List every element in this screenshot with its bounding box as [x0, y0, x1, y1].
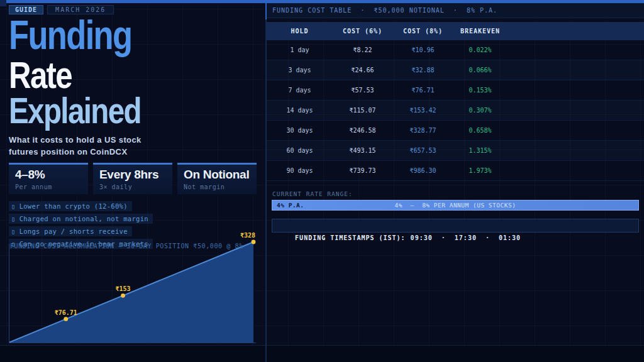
- table-cell: 30 days: [267, 121, 333, 141]
- timestamps-label: FUNDING TIMESTAMPS (IST):: [295, 234, 406, 241]
- column-header-breakeven: BREAKEVEN: [453, 22, 507, 40]
- rate-bar-range-text: 4% — 8% PER ANNUM (US STOCKS): [272, 200, 638, 210]
- stat-value: Every 8hrs: [99, 168, 166, 180]
- table-cell: ₹24.66: [333, 60, 392, 80]
- stat-cards: 4–8% Per annum Every 8hrs 3× daily On No…: [9, 163, 257, 194]
- table-cell: 7 days: [267, 80, 333, 101]
- bullet-text: Charged on notional, not margin: [19, 215, 148, 222]
- top-accent-bar: [6, 0, 644, 3]
- table-cell-filler: [507, 161, 644, 181]
- table-row: 7 days₹57.53₹76.710.153%: [267, 80, 644, 101]
- table-cell: 0.022%: [453, 40, 507, 60]
- stat-card-rate: 4–8% Per annum: [9, 163, 88, 194]
- chart-data-point: [252, 240, 256, 244]
- chart-point-label: ₹76.71: [55, 309, 77, 316]
- table-cell: 90 days: [267, 161, 333, 181]
- panel-divider: [265, 3, 267, 362]
- column-header-cost8: COST (8%): [392, 22, 453, 40]
- table-cell: ₹739.73: [333, 161, 392, 181]
- column-header-filler: [507, 22, 644, 40]
- table-cell-filler: [507, 121, 644, 141]
- left-panel: GUIDE MARCH 2026 Funding Rate Explained …: [9, 4, 257, 251]
- funding-timestamps-strip: FUNDING TIMESTAMPS (IST):09:30 · 17:30 ·…: [272, 219, 639, 233]
- table-cell: ₹493.15: [333, 141, 392, 161]
- table-cell-filler: [507, 141, 644, 161]
- column-header-hold: HOLD: [267, 22, 333, 40]
- table-cell: 3 days: [267, 60, 333, 80]
- table-cell: 1.315%: [453, 141, 507, 161]
- chart-point-label: ₹328: [240, 233, 255, 239]
- table-header-row: HOLD COST (6%) COST (8%) BREAKEVEN: [267, 22, 644, 40]
- box-icon: ▯: [11, 215, 16, 222]
- stat-label: 3× daily: [99, 184, 166, 190]
- table-row: 14 days₹115.07₹153.420.307%: [267, 101, 644, 121]
- column-header-cost6: COST (6%): [333, 22, 392, 40]
- table-cell: 14 days: [267, 101, 333, 121]
- table-row: 1 day₹8.22₹10.960.022%: [267, 40, 644, 60]
- table-cell: ₹8.22: [333, 40, 392, 60]
- table-row: 3 days₹24.66₹32.880.066%: [267, 60, 644, 80]
- rate-range-bar: 4% P.A. 4% — 8% PER ANNUM (US STOCKS): [272, 200, 639, 211]
- bullet-item: ▯Charged on notional, not margin: [9, 214, 153, 224]
- table-cell: ₹153.42: [392, 101, 453, 121]
- bullet-item: ▯Lower than crypto (12-60%): [9, 201, 132, 211]
- rate-range-label: CURRENT RATE RANGE:: [272, 190, 644, 197]
- stat-card-frequency: Every 8hrs 3× daily: [93, 163, 172, 194]
- table-row: 30 days₹246.58₹328.770.658%: [267, 121, 644, 141]
- table-cell: ₹246.58: [333, 121, 392, 141]
- table-cell: 1 day: [267, 40, 333, 60]
- table-cell: ₹115.07: [333, 101, 392, 121]
- table-cell-filler: [507, 80, 644, 101]
- chart-data-point: [64, 317, 68, 321]
- subtitle-line-1: What it costs to hold a US stock: [9, 134, 257, 146]
- table-cell: ₹328.77: [392, 121, 453, 141]
- stat-card-notional: On Notional Not margin: [177, 163, 257, 194]
- title-line-1: Funding: [9, 17, 131, 54]
- table-cell: 0.307%: [453, 101, 507, 121]
- page-title: Funding Rate Explained: [9, 17, 257, 127]
- table-cell: 60 days: [267, 141, 333, 161]
- title-line-2: Rate: [9, 58, 72, 92]
- table-cell: 0.658%: [453, 121, 507, 141]
- table-cell: 0.066%: [453, 60, 507, 80]
- funding-accumulation-chart: FUNDING COST ACCUMULATION — 30-DAY POSIT…: [9, 233, 256, 344]
- chart-data-point: [121, 293, 125, 298]
- stat-value: 4–8%: [15, 168, 82, 180]
- table-cell: ₹10.96: [392, 40, 453, 60]
- subtitle-line-2: futures position on CoinDCX: [9, 146, 257, 158]
- table-cell: ₹986.30: [392, 161, 453, 181]
- funding-cost-table: HOLD COST (6%) COST (8%) BREAKEVEN 1 day…: [267, 22, 644, 181]
- stat-label: Per annum: [15, 184, 82, 190]
- title-line-3: Explained: [9, 94, 141, 127]
- right-panel: FUNDING COST TABLE · ₹50,000 NOTIONAL · …: [267, 3, 644, 233]
- stat-label: Not margin: [184, 184, 250, 190]
- top-left-corner-block: [0, 0, 6, 6]
- chart-point-label: ₹153: [115, 285, 130, 292]
- table-cell: 1.973%: [453, 161, 507, 181]
- subtitle: What it costs to hold a US stock futures…: [9, 134, 257, 157]
- timestamps-values: 09:30 · 17:30 · 01:30: [411, 234, 521, 241]
- table-cell: 0.153%: [453, 80, 507, 101]
- table-body: 1 day₹8.22₹10.960.022%3 days₹24.66₹32.88…: [267, 40, 644, 181]
- table-cell: ₹32.88: [392, 60, 453, 80]
- table-row: 90 days₹739.73₹986.301.973%: [267, 161, 644, 181]
- footer-bar: FUNDING RATE IN US STOCK FUTURES ON COIN…: [0, 345, 644, 362]
- box-icon: ▯: [11, 202, 16, 210]
- table-header-strip: FUNDING COST TABLE · ₹50,000 NOTIONAL · …: [267, 3, 644, 18]
- table-cell: ₹657.53: [392, 141, 453, 161]
- table-cell: ₹57.53: [333, 80, 392, 101]
- table-cell: ₹76.71: [392, 80, 453, 101]
- stat-value: On Notional: [184, 168, 250, 180]
- chart-title: FUNDING COST ACCUMULATION — 30-DAY POSIT…: [10, 243, 243, 250]
- table-cell-filler: [507, 40, 644, 60]
- bullet-text: Lower than crypto (12-60%): [19, 202, 128, 210]
- table-cell-filler: [507, 60, 644, 80]
- table-cell-filler: [507, 101, 644, 121]
- table-row: 60 days₹493.15₹657.531.315%: [267, 141, 644, 161]
